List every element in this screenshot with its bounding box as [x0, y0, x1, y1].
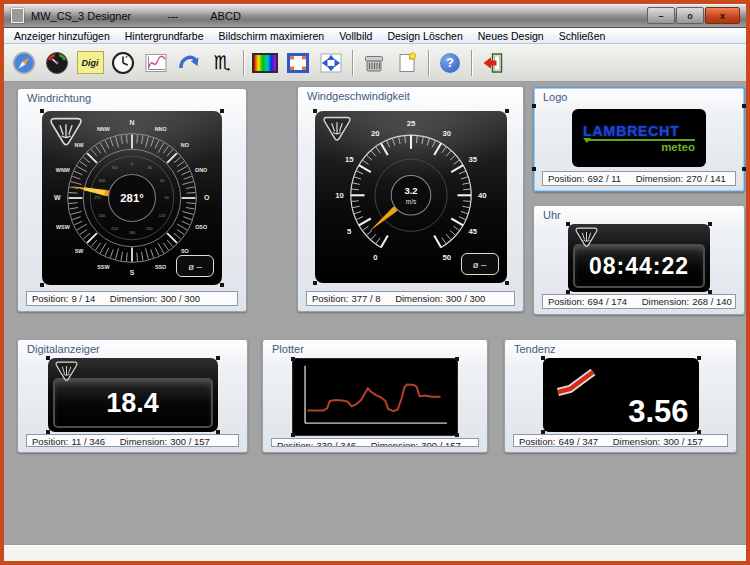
delete-design-button[interactable]: [360, 48, 388, 77]
svg-text:ONO: ONO: [195, 167, 207, 173]
digi-tool-button[interactable]: Digi: [76, 48, 104, 77]
new-page-icon: [395, 51, 419, 75]
resize-handle[interactable]: [220, 109, 224, 113]
exit-button[interactable]: [479, 48, 507, 77]
fullscreen-button[interactable]: [317, 48, 345, 77]
help-button[interactable]: ?: [436, 48, 464, 77]
curved-arrow-icon: [177, 51, 201, 75]
svg-text:SO: SO: [181, 248, 189, 254]
svg-text:50: 50: [442, 253, 451, 262]
app-icon: [11, 8, 24, 23]
brand-underline: [585, 139, 695, 141]
resize-handle[interactable]: [541, 430, 545, 434]
resize-handle[interactable]: [566, 222, 570, 226]
resize-handle[interactable]: [46, 430, 50, 434]
position-readout: Position:649 / 347 Dimension:300 / 157: [513, 434, 728, 447]
resize-handle[interactable]: [708, 290, 712, 294]
resize-handle[interactable]: [216, 356, 220, 360]
trend-tool-button[interactable]: [175, 48, 203, 77]
position-readout: Position:692 / 11 Dimension:270 / 141: [542, 171, 736, 186]
panel-title: Windrichtung: [18, 89, 246, 107]
toolbar-separator: [243, 50, 244, 76]
resize-handle[interactable]: [532, 167, 536, 171]
plotter-tool-button[interactable]: [142, 48, 170, 77]
maximize-button[interactable]: o: [676, 7, 704, 24]
toolbar: Digi ♏ ?: [4, 44, 746, 82]
resize-handle[interactable]: [697, 356, 701, 360]
resize-handle[interactable]: [455, 357, 459, 361]
background-color-button[interactable]: [251, 48, 279, 77]
svg-text:0: 0: [131, 161, 134, 166]
window-title-separator: ---: [167, 10, 178, 22]
svg-text:90: 90: [165, 195, 170, 200]
minimize-button[interactable]: –: [647, 7, 675, 24]
lambrecht-shield-icon: [54, 361, 79, 382]
trend-up-icon: [553, 365, 599, 397]
resize-handle[interactable]: [541, 356, 545, 360]
resize-handle[interactable]: [566, 290, 570, 294]
plotter-widget[interactable]: [292, 358, 458, 436]
position-readout: Position:11 / 346 Dimension:300 / 157: [26, 434, 239, 447]
resize-handle[interactable]: [313, 109, 317, 113]
resize-handle[interactable]: [291, 433, 295, 437]
menu-design-loeschen[interactable]: Design Löschen: [387, 30, 462, 42]
svg-text:O: O: [204, 194, 210, 201]
resize-handle[interactable]: [742, 167, 746, 171]
resize-handle[interactable]: [220, 283, 224, 287]
average-button[interactable]: ø –: [176, 255, 214, 277]
lambrecht-shield-icon: [574, 227, 599, 248]
meteo-logo-tool-button[interactable]: ♏: [208, 48, 236, 77]
menu-neues-design[interactable]: Neues Design: [478, 30, 544, 42]
menu-hintergrundfarbe[interactable]: Hintergrundfarbe: [125, 30, 204, 42]
toolbar-separator: [471, 50, 472, 76]
gauge-tool-button[interactable]: [43, 48, 71, 77]
resize-handle[interactable]: [505, 109, 509, 113]
title-bar[interactable]: MW_CS_3 Designer --- ABCD – o x: [4, 4, 746, 28]
resize-handle[interactable]: [455, 433, 459, 437]
application-window: MW_CS_3 Designer --- ABCD – o x Anzeiger…: [0, 0, 750, 565]
trend-widget[interactable]: 3.56: [543, 358, 699, 432]
menu-vollbild[interactable]: Vollbild: [339, 30, 372, 42]
average-button[interactable]: ø –: [461, 253, 499, 275]
resize-handle[interactable]: [46, 356, 50, 360]
resize-handle[interactable]: [313, 281, 317, 285]
resize-handle[interactable]: [40, 109, 44, 113]
menu-bar: Anzeiger hinzufügen Hintergrundfarbe Bil…: [4, 28, 746, 44]
resize-handle[interactable]: [742, 104, 746, 108]
resize-handle[interactable]: [216, 430, 220, 434]
svg-text:NNO: NNO: [155, 126, 167, 132]
clock-widget[interactable]: 08:44:22: [568, 224, 710, 292]
svg-text:0: 0: [373, 253, 377, 262]
close-button[interactable]: x: [705, 7, 740, 24]
maximize-screen-button[interactable]: [284, 48, 312, 77]
compass-tool-button[interactable]: [10, 48, 38, 77]
menu-schliessen[interactable]: Schließen: [559, 30, 606, 42]
wind-direction-gauge[interactable]: NNNONOONOOOSOSOSSOSSSWSWWSWWWNWNWNNW0306…: [42, 111, 222, 285]
wind-speed-gauge[interactable]: 051015202530354045503.2m/s ø –: [315, 111, 507, 283]
logo-widget[interactable]: LAMBRECHT meteo: [572, 109, 706, 167]
svg-text:30: 30: [147, 165, 152, 170]
resize-handle[interactable]: [291, 357, 295, 361]
svg-text:N: N: [129, 119, 134, 126]
svg-text:WSW: WSW: [56, 224, 71, 230]
widget-panel-plotter: Plotter Position:330 / 346 Dimension:300…: [262, 339, 488, 453]
svg-text:20: 20: [371, 129, 380, 138]
resize-handle[interactable]: [697, 430, 701, 434]
clock-tool-button[interactable]: [109, 48, 137, 77]
design-canvas: Windrichtung NNNONOONOOOSOSOSSOSSSWSWWSW…: [4, 82, 746, 544]
new-design-button[interactable]: [393, 48, 421, 77]
menu-bildschirm-maximieren[interactable]: Bildschirm maximieren: [219, 30, 325, 42]
resize-handle[interactable]: [505, 281, 509, 285]
clock-display: 08:44:22: [573, 244, 705, 288]
resize-handle[interactable]: [532, 104, 536, 108]
position-readout: Position:694 / 174 Dimension:268 / 140: [542, 294, 736, 309]
status-bar: [4, 544, 746, 561]
digital-display-widget[interactable]: 18.4: [48, 358, 218, 432]
resize-handle[interactable]: [40, 283, 44, 287]
svg-text:25: 25: [406, 119, 415, 128]
svg-text:120: 120: [159, 213, 166, 218]
frame-corners-icon: [286, 51, 310, 75]
resize-handle[interactable]: [708, 222, 712, 226]
svg-text:180: 180: [129, 230, 136, 235]
menu-anzeiger-hinzufuegen[interactable]: Anzeiger hinzufügen: [14, 30, 110, 42]
